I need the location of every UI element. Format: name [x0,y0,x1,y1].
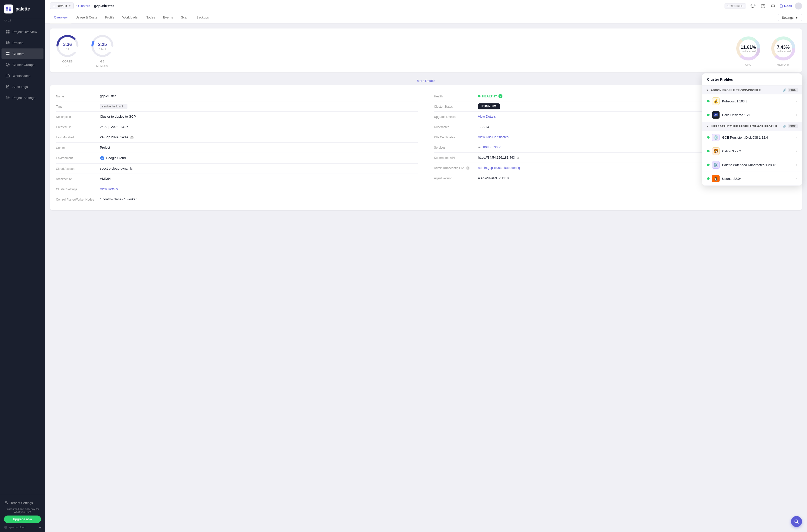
sidebar-item-profiles[interactable]: Profiles [1,37,43,48]
help-icon[interactable] [759,2,767,10]
details-left-column: Name gcp-cluster Tags service: hello-uni… [56,91,426,204]
topbar-left: ⊞ Default ▼ / Clusters / gcp-cluster [50,2,114,9]
tab-usage-costs[interactable]: Usage & Costs [72,12,101,23]
health-check-icon [499,94,503,98]
workspace-chevron-icon: ▼ [69,4,71,7]
last-modified-info-icon[interactable]: ⓘ [130,136,134,139]
messages-icon[interactable]: 💬 [750,2,756,10]
docs-link[interactable]: Docs [780,4,792,8]
detail-label-last-modified: Last Modified [56,135,96,139]
search-fab[interactable] [791,516,802,527]
svg-point-18 [5,501,7,503]
palette-k8s-chevron-icon: › [796,163,797,167]
detail-value-upgrade-details[interactable]: View Details [478,115,496,118]
detail-value-control-plane: 1 control-plane / 1 worker [100,197,137,201]
detail-value-cluster-settings[interactable]: View Details [100,187,118,191]
copy-icon[interactable]: ⧉ [517,156,519,159]
hello-universe-status-dot [707,114,710,116]
detail-value-description: Cluster to deploy to GCP. [100,115,136,118]
memory-sublabel: MEMORY [96,64,109,68]
cpu-donut-pct: 11.61% [740,45,756,50]
tab-workloads[interactable]: Workloads [118,12,142,23]
palette-k8s-icon: ⚙️ [712,161,719,169]
sidebar-collapse-icon[interactable]: ◀ [39,526,41,529]
tab-events[interactable]: Events [159,12,177,23]
health-row: HEALTHY [478,94,503,98]
settings-button[interactable]: Settings ▼ [778,14,802,21]
sidebar-item-workspaces[interactable]: Workspaces [1,71,43,81]
profile-item-palette-k8s[interactable]: ⚙️ Palette eXtended Kubernetes 1.28.13 › [702,158,802,172]
profile-item-calico[interactable]: 🐯 Calico 3.27.2 › [702,144,802,158]
profile-item-hello-universe[interactable]: 🌌 Hello Universe 1.2.0 › [702,108,802,122]
donut-stats: 11.61% Used from total CPU [734,35,797,66]
detail-label-health: Health [434,94,474,98]
service-port-8080[interactable]: :8080 [482,145,490,149]
detail-value-k8s-api: https://34.54.126.181:443 ⧉ [478,156,519,159]
infra-profile-section-header[interactable]: ▼ INFRASTRUCTURE PROFILE TF-GCP-PROFILE … [702,122,802,131]
sidebar-item-cluster-groups[interactable]: Cluster Groups [1,59,43,70]
tab-backups[interactable]: Backups [192,12,213,23]
palette-k8s-name: Palette eXtended Kubernetes 1.28.13 [722,163,793,167]
svg-rect-2 [6,9,8,11]
memory-used-value: 2.25 [98,42,107,47]
tab-overview[interactable]: Overview [50,12,72,23]
cluster-profiles-header: Cluster Profiles [702,73,802,86]
memory-gb-label: Gb [100,60,105,63]
detail-row-last-modified: Last Modified 24 Sep 2024, 14:14 ⓘ [56,132,418,142]
infra-link-icon[interactable]: 🔗 [783,125,786,128]
calico-name: Calico 3.27.2 [722,149,793,153]
profile-item-ubuntu[interactable]: 🐧 Ubuntu 22.04 › [702,172,802,186]
infra-section-chevron-icon: ▼ [706,125,709,128]
status-running-badge: RUNNING [478,103,500,109]
svg-rect-5 [8,30,10,32]
detail-row-tags: Tags service: hello-uni... [56,101,418,112]
workspace-icon: ⊞ [53,4,55,8]
kubeconfig-info-icon[interactable]: ⓘ [466,166,469,170]
usage-badge: 1.29/100kCH [725,3,746,8]
more-details-link[interactable]: More Details [50,76,802,85]
service-port-3000[interactable]: :3000 [493,145,502,149]
detail-label-upgrade-details: Upgrade Details [434,115,474,119]
tab-nodes[interactable]: Nodes [142,12,159,23]
detail-label-created-on: Created On [56,125,96,129]
detail-label-architecture: Architecture [56,177,96,181]
tenant-icon [4,500,8,505]
detail-value-k8s-certs[interactable]: View K8s Certificates [478,135,509,139]
upgrade-button[interactable]: Upgrade now [4,515,41,523]
spectro-label: spectro cloud [9,526,25,529]
detail-value-kubeconfig[interactable]: admin.gcp-cluster.kubeconfig [478,166,520,170]
memory-donut-sublabel: MEMORY [777,63,790,66]
workspace-selector[interactable]: ⊞ Default ▼ [50,2,74,9]
addon-link-icon[interactable]: 🔗 [783,89,786,92]
main-content: ⊞ Default ▼ / Clusters / gcp-cluster 1.2… [45,0,807,532]
detail-row-cluster-settings: Cluster Settings View Details [56,184,418,194]
detail-value-tags: service: hello-uni... [100,104,127,108]
notifications-icon[interactable] [770,2,776,10]
detail-value-environment: G Google Cloud [100,156,126,160]
addon-profile-section-header[interactable]: ▼ ADDON PROFILE TF-GCP-PROFILE 🔗 PROJ [702,86,802,94]
sidebar-item-project-overview-label: Project Overview [13,30,37,34]
memory-gauge-chart: 2.25 / 31.4 [90,34,115,58]
sidebar-item-audit-logs[interactable]: Audit Logs [1,81,43,92]
tab-profile[interactable]: Profile [101,12,118,23]
sidebar-item-project-settings[interactable]: Project Settings [1,92,43,103]
tenant-settings[interactable]: Tenant Settings [4,498,41,508]
breadcrumb-clusters-link[interactable]: Clusters [78,4,90,8]
profile-item-kubecost[interactable]: 💰 Kubecost 1.103.3 › [702,94,802,108]
cpu-total-value: / 8 [63,47,72,50]
svg-rect-14 [6,75,10,77]
kubecost-name: Kubecost 1.103.3 [722,99,793,103]
kubecost-icon: 💰 [712,97,719,105]
sidebar-bottom: Tenant Settings Start small and only pay… [0,495,45,532]
sidebar-item-clusters[interactable]: Clusters [1,49,43,59]
calico-status-dot [707,150,710,152]
detail-label-control-plane: Control Plane/Worker Nodes [56,197,96,201]
addon-section-title: ADDON PROFILE TF-GCP-PROFILE [711,89,781,92]
sidebar-item-project-overview[interactable]: Project Overview [1,26,43,37]
health-text: HEALTHY [482,94,497,98]
memory-donut-pct: 7.43% [775,45,791,50]
profile-item-gce-disk[interactable]: 💿 GCE Persistent Disk CSI 1.12.4 › [702,131,802,144]
user-avatar[interactable] [795,2,802,10]
detail-value-kubernetes: 1.28.13 [478,125,489,129]
tab-scan[interactable]: Scan [177,12,192,23]
